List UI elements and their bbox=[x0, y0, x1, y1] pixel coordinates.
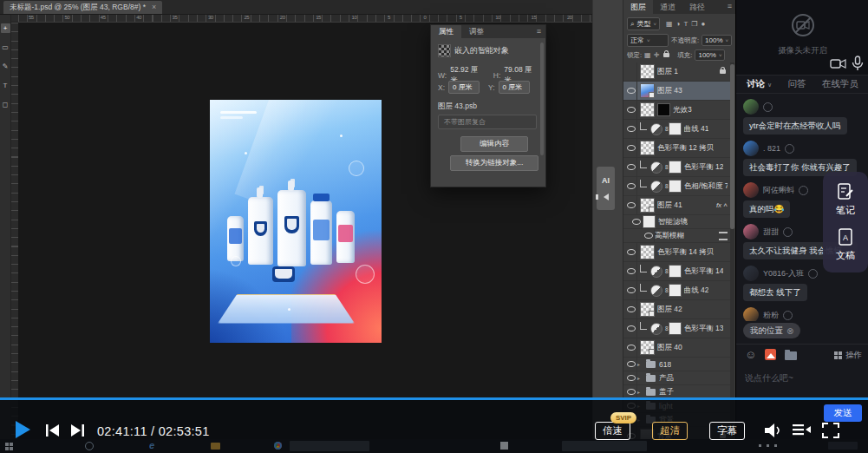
tab-paths[interactable]: 路径 bbox=[682, 0, 712, 14]
visibility-toggle[interactable] bbox=[625, 120, 637, 138]
layer-row[interactable]: 8色彩平衡 12 bbox=[623, 158, 731, 177]
close-icon[interactable]: × bbox=[152, 1, 156, 14]
layer-row[interactable]: 图层 41fx ˄ bbox=[623, 196, 731, 215]
visibility-toggle[interactable] bbox=[625, 101, 637, 119]
image-upload-icon[interactable] bbox=[765, 349, 776, 360]
layer-row[interactable]: 色彩平衡 12 拷贝 bbox=[623, 139, 731, 158]
layer-row[interactable]: 8色相/饱和度 7 bbox=[623, 177, 731, 196]
blend-mode-select[interactable]: 正常 ˅ bbox=[627, 34, 669, 47]
fill-field[interactable]: 100% ˅ bbox=[695, 49, 725, 61]
play-button[interactable] bbox=[16, 421, 30, 438]
avatar[interactable] bbox=[743, 182, 759, 198]
next-episode-button[interactable] bbox=[69, 423, 85, 437]
visibility-toggle[interactable] bbox=[625, 139, 637, 157]
expand-icon[interactable]: ▸ bbox=[637, 361, 644, 367]
avatar[interactable] bbox=[743, 99, 759, 115]
visibility-toggle[interactable] bbox=[630, 215, 643, 228]
tab-online-students[interactable]: 在线学员 bbox=[822, 78, 858, 90]
convert-to-linked-button[interactable]: 转换为链接对象... bbox=[450, 155, 538, 171]
tool-icon[interactable]: T bbox=[1, 81, 10, 90]
filter-type-icon[interactable]: ◑ bbox=[676, 20, 681, 28]
layer-row[interactable]: 图层 42 bbox=[623, 300, 731, 319]
edit-contents-button[interactable]: 编辑内容 bbox=[460, 136, 528, 152]
avatar[interactable] bbox=[743, 266, 759, 281]
speaker-icon[interactable] bbox=[604, 194, 609, 200]
visibility-toggle[interactable] bbox=[625, 371, 637, 384]
layers-scrollbar[interactable] bbox=[730, 62, 734, 430]
visibility-toggle[interactable] bbox=[625, 158, 637, 176]
layer-row[interactable]: 智能滤镜 bbox=[623, 215, 731, 229]
visibility-toggle[interactable] bbox=[625, 262, 637, 280]
panel-menu-icon[interactable]: ≡ bbox=[537, 25, 545, 38]
tool-icon[interactable]: ◻ bbox=[1, 100, 10, 109]
visibility-toggle[interactable] bbox=[625, 358, 637, 371]
chat-input[interactable] bbox=[743, 361, 865, 394]
tool-icon[interactable]: ✎ bbox=[1, 62, 10, 71]
visibility-toggle[interactable] bbox=[625, 338, 637, 357]
filter-kind-select[interactable]: ⌕ 类型 ˅ bbox=[627, 17, 660, 30]
layer-row[interactable]: 高斯模糊 bbox=[623, 229, 731, 243]
expand-icon[interactable]: ▸ bbox=[637, 375, 644, 381]
visibility-toggle[interactable] bbox=[625, 281, 637, 299]
visibility-toggle[interactable] bbox=[625, 62, 637, 81]
tab-properties[interactable]: 属性 bbox=[431, 25, 461, 38]
visibility-toggle[interactable] bbox=[625, 300, 637, 318]
lock-all-icon[interactable] bbox=[663, 53, 669, 57]
filter-type-icon[interactable]: ▦ bbox=[666, 20, 673, 28]
fullscreen-icon[interactable] bbox=[822, 423, 839, 438]
close-circle-icon[interactable]: ⊗ bbox=[786, 326, 793, 336]
layer-group-row[interactable]: ▸618 bbox=[623, 358, 731, 371]
avatar[interactable] bbox=[743, 141, 759, 156]
microphone-icon[interactable] bbox=[851, 56, 865, 71]
avatar[interactable] bbox=[743, 307, 759, 321]
fx-icon[interactable]: fx ˄ bbox=[716, 201, 728, 209]
layer-row[interactable]: 8色彩平衡 13 bbox=[623, 319, 731, 338]
tab-layers[interactable]: 图层 bbox=[623, 0, 653, 14]
tab-discussion[interactable]: 讨论 ∨ bbox=[747, 78, 772, 90]
previous-episode-button[interactable] bbox=[45, 423, 61, 437]
opacity-field[interactable]: 100% ˅ bbox=[702, 35, 732, 46]
tool-icon[interactable]: ▭ bbox=[1, 43, 10, 52]
tab-channels[interactable]: 通道 bbox=[653, 0, 682, 14]
filter-type-icon[interactable]: T bbox=[683, 20, 688, 28]
expand-icon[interactable]: ▸ bbox=[637, 389, 644, 395]
documents-button[interactable]: A 文稿 bbox=[836, 227, 855, 262]
layer-group-row[interactable]: ▸产品 bbox=[623, 371, 731, 385]
volume-icon[interactable] bbox=[763, 423, 784, 438]
webcam-icon[interactable] bbox=[830, 57, 847, 71]
tab-adjustments[interactable]: 调整 bbox=[461, 25, 492, 38]
filter-type-icon[interactable]: ● bbox=[701, 20, 705, 28]
x-field[interactable]: 0 厘米 bbox=[448, 81, 480, 94]
send-button[interactable]: 发送 bbox=[824, 404, 862, 422]
file-upload-icon[interactable] bbox=[785, 351, 797, 360]
filter-blend-options-icon[interactable] bbox=[719, 232, 728, 240]
location-pill[interactable]: 我的位置 ⊗ bbox=[743, 323, 800, 338]
scrollbar[interactable] bbox=[540, 43, 544, 155]
tool-icon[interactable]: + bbox=[1, 23, 10, 33]
layer-row[interactable]: 8曲线 42 bbox=[623, 281, 731, 300]
layer-row[interactable]: 图层 43 bbox=[623, 82, 731, 101]
layer-row[interactable]: 8色彩平衡 14 bbox=[623, 262, 731, 281]
ai-panel-icon[interactable]: AI bbox=[602, 176, 610, 185]
playlist-icon[interactable] bbox=[793, 423, 811, 437]
quality-button[interactable]: 超清 bbox=[652, 422, 688, 440]
lock-transparent-icon[interactable]: ▦ bbox=[644, 51, 651, 59]
y-field[interactable]: 0 厘米 bbox=[499, 81, 530, 94]
action-menu[interactable]: 操作 bbox=[834, 350, 862, 361]
filter-type-icons[interactable]: ▦◑T❒● bbox=[662, 20, 705, 28]
layer-row[interactable]: 图层 1 bbox=[623, 62, 731, 82]
visibility-toggle[interactable] bbox=[625, 319, 637, 338]
emoji-icon[interactable]: ☺ bbox=[745, 349, 756, 360]
progress-bar[interactable] bbox=[0, 397, 868, 400]
visibility-toggle[interactable] bbox=[625, 243, 637, 261]
document-tab[interactable]: 未标题-1.psd @ 25% (图层 43, RGB/8#) * × bbox=[3, 1, 162, 14]
playback-speed-button[interactable]: 倍速 bbox=[595, 422, 630, 440]
collapsed-panel-widget[interactable]: AI bbox=[597, 167, 615, 210]
layer-row[interactable]: 图层 40 bbox=[623, 338, 731, 358]
visibility-toggle[interactable] bbox=[625, 385, 637, 398]
filter-type-icon[interactable]: ❒ bbox=[691, 20, 697, 28]
avatar[interactable] bbox=[743, 224, 759, 240]
ps-toolbar[interactable]: +▭✎T◻ bbox=[0, 15, 11, 439]
tab-qa[interactable]: 问答 bbox=[788, 78, 806, 90]
layer-row[interactable]: 8曲线 41 bbox=[623, 120, 731, 139]
